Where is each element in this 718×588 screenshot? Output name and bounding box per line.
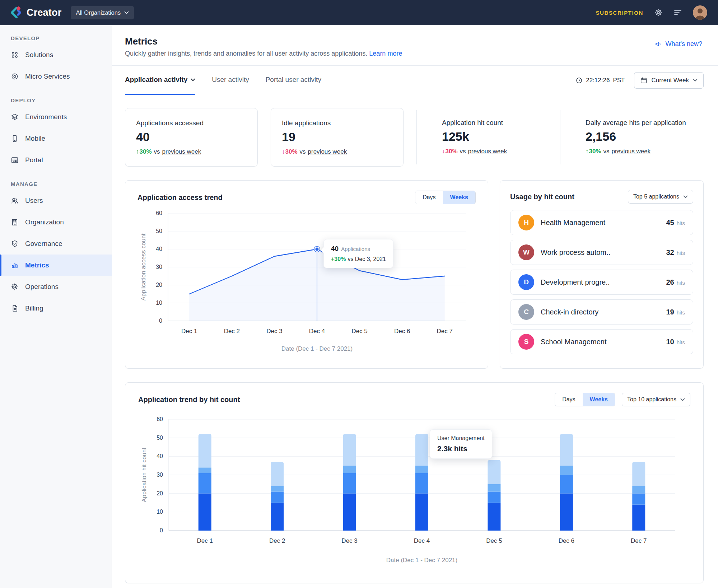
app-name: School Management bbox=[541, 338, 606, 346]
stat-delta: ↑30% vs previous week bbox=[136, 148, 247, 155]
top-applications-selector[interactable]: Top 10 applications bbox=[622, 393, 690, 406]
stats-row: Applications accessed 40 ↑30% vs previou… bbox=[112, 95, 718, 167]
chart-title: Application access trend bbox=[137, 193, 223, 202]
sidebar-item-governance[interactable]: Governance bbox=[0, 233, 112, 255]
sidebar: DEVELOP Solutions Micro Services DEPLOY … bbox=[0, 25, 112, 588]
top-applications-selector[interactable]: Top 5 applications bbox=[628, 190, 693, 204]
chart-tooltip: 40Applications +30%vs Dec 3, 2021 bbox=[323, 239, 393, 268]
period-selector[interactable]: Current Week bbox=[634, 72, 704, 89]
hit-count: 45 bbox=[666, 219, 674, 227]
megaphone-icon bbox=[655, 41, 662, 48]
sidebar-item-users[interactable]: Users bbox=[0, 190, 112, 211]
hit-count: 19 bbox=[666, 308, 674, 316]
sidebar-item-environments[interactable]: Environments bbox=[0, 106, 112, 128]
users-icon bbox=[11, 197, 19, 205]
svg-text:Dec 5: Dec 5 bbox=[351, 328, 367, 335]
sidebar-section-develop: DEVELOP bbox=[11, 35, 112, 41]
learn-more-link[interactable]: Learn more bbox=[369, 50, 402, 57]
report-time: 22:12:26 PST bbox=[575, 77, 625, 84]
tab-portal-user-activity[interactable]: Portal user activity bbox=[266, 66, 321, 95]
sidebar-item-label: Governance bbox=[25, 240, 62, 248]
panel-title: Usage by hit count bbox=[510, 193, 574, 201]
main-content: Metrics Quickly gather insights, trends … bbox=[112, 25, 718, 588]
days-weeks-toggle: Days Weeks bbox=[415, 191, 476, 204]
svg-text:Dec 2: Dec 2 bbox=[224, 328, 240, 335]
subscription-link[interactable]: SUBSCRIPTION bbox=[596, 10, 643, 16]
previous-week-link[interactable]: previous week bbox=[308, 148, 347, 155]
sidebar-item-operations[interactable]: Operations bbox=[0, 276, 112, 298]
app-name: Work process autom.. bbox=[541, 248, 610, 257]
app-name: Check-in directory bbox=[541, 308, 598, 316]
previous-week-link[interactable]: previous week bbox=[468, 148, 507, 155]
svg-text:Dec 1: Dec 1 bbox=[181, 328, 197, 335]
tab-application-activity[interactable]: Application activity bbox=[125, 66, 195, 95]
org-selector[interactable]: All Organizations bbox=[71, 6, 134, 19]
svg-text:Dec 1: Dec 1 bbox=[197, 537, 213, 544]
line-chart: 0102030405060Date (Dec 1 - Dec 7 2021)Ap… bbox=[137, 208, 475, 355]
user-avatar[interactable] bbox=[693, 5, 707, 20]
settings-gear-icon[interactable] bbox=[654, 8, 663, 17]
toggle-weeks[interactable]: Weeks bbox=[583, 393, 615, 406]
bar-chart-icon bbox=[11, 261, 19, 269]
usage-item-check-in-directory[interactable]: C Check-in directory 19hits bbox=[510, 299, 693, 325]
stat-label: Daily average hits per application bbox=[586, 119, 704, 127]
sidebar-item-billing[interactable]: Billing bbox=[0, 298, 112, 319]
toggle-weeks[interactable]: Weeks bbox=[443, 191, 475, 204]
page-subtitle: Quickly gather insights, trends and anom… bbox=[125, 50, 702, 57]
stat-card-daily-average-hits: Daily average hits per application 2,156… bbox=[560, 108, 704, 167]
previous-week-link[interactable]: previous week bbox=[612, 148, 651, 155]
svg-text:Dec 4: Dec 4 bbox=[414, 537, 430, 544]
svg-text:Dec 7: Dec 7 bbox=[631, 537, 647, 544]
app-avatar: H bbox=[518, 215, 534, 230]
stat-value: 125k bbox=[442, 130, 560, 144]
toggle-days[interactable]: Days bbox=[415, 191, 443, 204]
invoice-icon bbox=[11, 304, 19, 312]
svg-text:Application hit count: Application hit count bbox=[141, 448, 148, 502]
chevron-down-icon bbox=[680, 398, 685, 401]
timezone-label: PST bbox=[613, 77, 625, 84]
sidebar-item-label: Users bbox=[25, 197, 43, 205]
app-avatar: C bbox=[518, 304, 534, 320]
sidebar-item-mobile[interactable]: Mobile bbox=[0, 128, 112, 149]
stat-value: 2,156 bbox=[586, 130, 704, 144]
usage-item-school-management[interactable]: S School Management 10hits bbox=[510, 329, 693, 354]
svg-text:0: 0 bbox=[160, 527, 163, 533]
usage-item-health-management[interactable]: H Health Management 45hits bbox=[510, 210, 693, 235]
sidebar-section-deploy: DEPLOY bbox=[11, 97, 112, 103]
toggle-days[interactable]: Days bbox=[555, 393, 582, 406]
portal-window-icon bbox=[11, 156, 19, 164]
whats-new-link[interactable]: What's new? bbox=[655, 40, 702, 48]
stat-label: Idle applications bbox=[282, 119, 392, 127]
topbar: Creator All Organizations SUBSCRIPTION bbox=[0, 0, 718, 25]
stat-value: 40 bbox=[136, 130, 247, 144]
usage-item-development-progress[interactable]: D Development progre.. 26hits bbox=[510, 270, 693, 295]
sidebar-item-organization[interactable]: Organization bbox=[0, 211, 112, 233]
sidebar-item-micro-services[interactable]: Micro Services bbox=[0, 66, 112, 87]
calendar-icon bbox=[640, 77, 647, 84]
stacked-bar-chart: 0102030405060Date (Dec 1 - Dec 7 2021)Ap… bbox=[138, 412, 691, 566]
page-title: Metrics bbox=[125, 36, 702, 47]
trend-arrow-icon: ↑ bbox=[586, 148, 589, 155]
svg-text:50: 50 bbox=[157, 435, 163, 441]
stat-card-application-hit-count: Application hit count 125k ↓30% vs previ… bbox=[417, 108, 560, 167]
stat-delta: ↑30% vs previous week bbox=[586, 148, 704, 155]
svg-text:60: 60 bbox=[156, 210, 162, 216]
usage-item-work-process[interactable]: W Work process autom.. 32hits bbox=[510, 240, 693, 265]
sidebar-item-label: Billing bbox=[25, 304, 43, 312]
sidebar-item-label: Operations bbox=[25, 283, 59, 291]
hit-count: 26 bbox=[666, 278, 674, 286]
menu-icon[interactable] bbox=[673, 8, 682, 17]
tab-user-activity[interactable]: User activity bbox=[212, 66, 249, 95]
micro-services-icon bbox=[11, 73, 19, 80]
previous-week-link[interactable]: previous week bbox=[162, 148, 201, 155]
sidebar-item-metrics[interactable]: Metrics bbox=[0, 255, 112, 276]
period-selector-value: Current Week bbox=[651, 77, 689, 84]
solutions-grid-icon bbox=[11, 51, 19, 59]
svg-text:Dec 6: Dec 6 bbox=[394, 328, 410, 335]
gear-icon bbox=[11, 283, 19, 291]
stat-delta: ↓30% vs previous week bbox=[442, 148, 560, 155]
trend-arrow-icon: ↓ bbox=[442, 148, 445, 155]
sidebar-item-solutions[interactable]: Solutions bbox=[0, 44, 112, 66]
sidebar-item-portal[interactable]: Portal bbox=[0, 149, 112, 171]
svg-text:Dec 4: Dec 4 bbox=[309, 328, 325, 335]
